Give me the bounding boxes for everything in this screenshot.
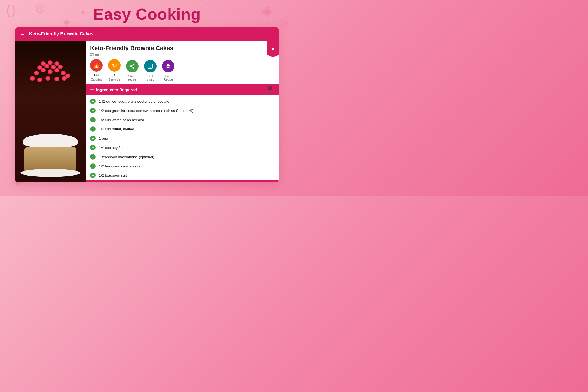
ingredient-text-2: 1/2 cup water, or as needed [99,118,144,122]
unit-chart-icon [144,60,157,72]
ingredient-text-1: 1/2 cup granular sucralose sweetener (su… [99,109,194,113]
stat-calories[interactable]: 🔥 124 Calories [90,59,103,81]
ingredient-text-4: 1 egg [99,136,108,140]
bookmark-button[interactable]: ♥ [267,41,279,57]
ingredient-item-4: +1 egg [86,134,279,143]
add-ingredient-button-0[interactable]: + [90,99,96,104]
svg-point-0 [133,64,135,65]
share-icon [126,60,139,72]
stat-servings[interactable]: 🍽 6 Servings [108,59,121,81]
add-ingredient-button-1[interactable]: + [90,108,96,113]
share-label: Sharerecipe [128,75,136,81]
page-title: Easy Cooking [0,0,294,27]
add-ingredient-button-4[interactable]: + [90,136,96,141]
ingredient-text-5: 1/4 cup soy flour [99,146,126,150]
add-ingredient-button-6[interactable]: + [90,154,96,160]
ingredient-item-6: +1 teaspoon mayonnaise (optional) [86,152,279,161]
ingredient-item-1: +1/2 cup granular sucralose sweetener (s… [86,106,279,115]
servings-icon: 🍽 [108,59,121,72]
servings-label: Servings [109,78,120,81]
svg-line-4 [131,65,133,66]
svg-point-12 [167,66,168,66]
add-ingredient-button-7[interactable]: + [90,163,96,169]
items-count-label: Items [266,91,274,94]
list-icon: ☰ [90,87,94,92]
app-body: ♥ Keto-Friendly Brownie Cakes 29 min 🔥 1… [15,41,279,182]
unit-chart-label: Unitchart [147,75,154,81]
print-label: PrintRecipe [164,75,173,81]
ingredient-text-3: 1/4 cup butter, melted [99,127,134,131]
ingredient-item-5: +1/4 cup soy flour [86,143,279,152]
ingredients-title: Ingredients Required [96,87,137,92]
stats-row: 🔥 124 Calories 🍽 6 Servings [86,59,279,84]
ingredients-list: +1 (1 ounce) square unsweetened chocolat… [86,95,279,180]
bottom-bar [86,180,279,182]
add-ingredient-button-5[interactable]: + [90,145,96,150]
add-ingredient-button-3[interactable]: + [90,126,96,132]
print-icon [162,60,174,72]
svg-point-2 [133,67,135,69]
servings-value: 6 [113,73,115,77]
recipe-top: Keto-Friendly Brownie Cakes 29 min [86,41,279,59]
items-count: 10 Items [266,86,274,94]
items-count-number: 10 [266,86,274,91]
back-button[interactable]: ← [20,31,25,37]
ingredient-text-6: 1 teaspoon mayonnaise (optional) [99,155,154,159]
calories-icon: 🔥 [90,59,103,72]
svg-rect-11 [167,67,169,68]
heart-icon: ♥ [272,46,275,52]
app-header-title: Keto-Friendly Brownie Cakes [29,31,93,37]
stat-share[interactable]: Sharerecipe [126,60,139,81]
ingredient-item-3: +1/4 cup butter, melted [86,124,279,134]
ingredient-item-2: +1/2 cup water, or as needed [86,115,279,124]
recipe-time: 29 min [90,52,264,56]
ingredient-item-8: +1/2 teaspoon salt [86,171,279,180]
ingredient-text-8: 1/2 teaspoon salt [99,173,127,177]
calories-value: 124 [93,73,99,77]
calories-label: Calories [91,78,102,81]
recipe-title: Keto-Friendly Brownie Cakes [90,45,264,52]
ingredient-text-0: 1 (1 ounce) square unsweetened chocolate [99,99,169,103]
stat-print[interactable]: PrintRecipe [162,60,174,81]
add-ingredient-button-2[interactable]: + [90,117,96,122]
svg-rect-10 [167,64,169,66]
recipe-detail: ♥ Keto-Friendly Brownie Cakes 29 min 🔥 1… [86,41,279,182]
svg-line-3 [131,66,133,68]
svg-point-1 [130,65,132,67]
ingredients-header: ☰ Ingredients Required 10 Items [86,84,279,95]
stat-unit-chart[interactable]: Unitchart [144,60,157,81]
add-ingredient-button-8[interactable]: + [90,173,96,178]
recipe-image [15,41,86,182]
app-header: ← Keto-Friendly Brownie Cakes [15,27,279,41]
ingredient-text-7: 1/2 teaspoon vanilla extract [99,164,143,168]
ingredient-item-0: +1 (1 ounce) square unsweetened chocolat… [86,97,279,106]
ingredient-item-7: +1/2 teaspoon vanilla extract [86,161,279,171]
app-card: ← Keto-Friendly Brownie Cakes [15,27,279,182]
